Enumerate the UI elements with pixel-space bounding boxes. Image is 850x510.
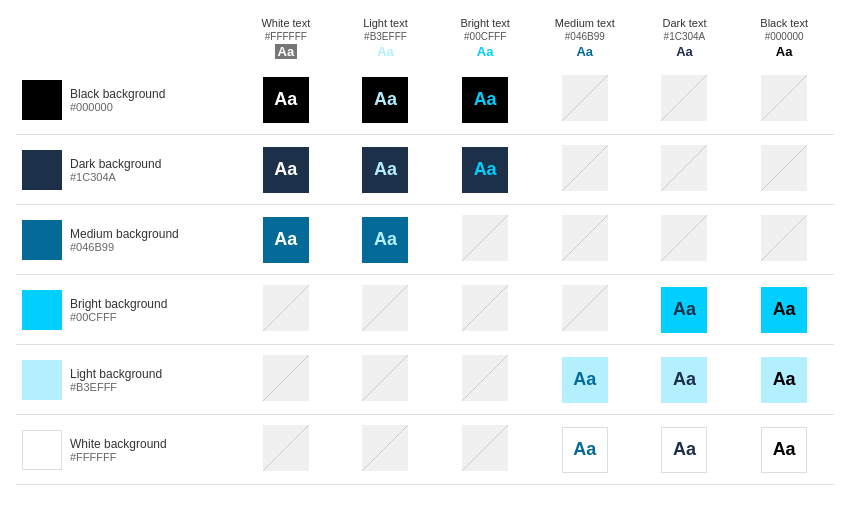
contrast-cell: Aa xyxy=(336,135,436,205)
aa-pass-box: Aa xyxy=(462,147,508,193)
contrast-cell: Aa xyxy=(336,205,436,275)
row-label: Bright background #00CFFF xyxy=(22,290,230,330)
table-row: Bright background #00CFFF AaAa xyxy=(16,275,834,345)
na-box xyxy=(362,285,408,331)
bg-hex: #00CFFF xyxy=(70,311,167,323)
bg-swatch xyxy=(22,360,62,400)
aa-pass-box: Aa xyxy=(761,287,807,333)
row-label: Medium background #046B99 xyxy=(22,220,230,260)
row-label-cell: Bright background #00CFFF xyxy=(16,275,236,345)
bg-hex: #B3EFFF xyxy=(70,381,162,393)
bg-swatch xyxy=(22,290,62,330)
bg-swatch xyxy=(22,430,62,470)
color-contrast-table: White text #FFFFFF Aa Light text #B3EFFF… xyxy=(16,12,834,485)
aa-pass-box: Aa xyxy=(761,357,807,403)
row-label: Dark background #1C304A xyxy=(22,150,230,190)
page-container: White text #FFFFFF Aa Light text #B3EFFF… xyxy=(0,0,850,497)
contrast-cell: Aa xyxy=(435,135,535,205)
row-label-text: Medium background #046B99 xyxy=(70,227,179,253)
table-row: Dark background #1C304A AaAaAa xyxy=(16,135,834,205)
col-header-dark: Dark text #1C304A Aa xyxy=(635,12,735,65)
na-box xyxy=(462,285,508,331)
bg-name: White background xyxy=(70,437,167,451)
na-box xyxy=(462,355,508,401)
aa-pass-box: Aa xyxy=(362,147,408,193)
contrast-cell xyxy=(734,65,834,135)
bg-hex: #FFFFFF xyxy=(70,451,167,463)
col-header-bright: Bright text #00CFFF Aa xyxy=(435,12,535,65)
table-row: Black background #000000 AaAaAa xyxy=(16,65,834,135)
row-label-text: Bright background #00CFFF xyxy=(70,297,167,323)
table-row: Medium background #046B99 AaAa xyxy=(16,205,834,275)
col-header-light: Light text #B3EFFF Aa xyxy=(336,12,436,65)
row-label: Black background #000000 xyxy=(22,80,230,120)
bg-hex: #000000 xyxy=(70,101,165,113)
row-label-cell: Medium background #046B99 xyxy=(16,205,236,275)
na-box xyxy=(263,425,309,471)
empty-header xyxy=(16,12,236,65)
row-label: White background #FFFFFF xyxy=(22,430,230,470)
contrast-cell xyxy=(236,345,336,415)
contrast-cell xyxy=(635,65,735,135)
contrast-cell: Aa xyxy=(734,275,834,345)
contrast-cell xyxy=(336,275,436,345)
contrast-cell xyxy=(336,415,436,485)
na-box xyxy=(761,145,807,191)
contrast-cell: Aa xyxy=(635,275,735,345)
contrast-cell xyxy=(435,345,535,415)
contrast-cell xyxy=(535,205,635,275)
bg-name: Bright background xyxy=(70,297,167,311)
aa-pass-box: Aa xyxy=(562,357,608,403)
contrast-cell: Aa xyxy=(236,135,336,205)
aa-pass-box: Aa xyxy=(462,77,508,123)
contrast-cell: Aa xyxy=(535,345,635,415)
table-row: White background #FFFFFF AaAaAa xyxy=(16,415,834,485)
na-box xyxy=(761,75,807,121)
na-box xyxy=(562,285,608,331)
contrast-cell: Aa xyxy=(734,415,834,485)
aa-pass-box: Aa xyxy=(562,427,608,473)
contrast-cell xyxy=(435,275,535,345)
na-box xyxy=(562,75,608,121)
na-box xyxy=(362,425,408,471)
col-header-white: White text #FFFFFF Aa xyxy=(236,12,336,65)
row-label-cell: Black background #000000 xyxy=(16,65,236,135)
na-box xyxy=(263,285,309,331)
contrast-cell: Aa xyxy=(535,415,635,485)
row-label: Light background #B3EFFF xyxy=(22,360,230,400)
bg-name: Medium background xyxy=(70,227,179,241)
row-label-text: Dark background #1C304A xyxy=(70,157,161,183)
row-label-cell: Dark background #1C304A xyxy=(16,135,236,205)
contrast-cell: Aa xyxy=(435,65,535,135)
contrast-cell xyxy=(535,275,635,345)
contrast-cell xyxy=(236,275,336,345)
aa-pass-box: Aa xyxy=(362,217,408,263)
bg-name: Light background xyxy=(70,367,162,381)
contrast-cell: Aa xyxy=(635,415,735,485)
contrast-cell xyxy=(635,135,735,205)
na-box xyxy=(462,425,508,471)
na-box xyxy=(661,145,707,191)
aa-pass-box: Aa xyxy=(661,357,707,403)
na-box xyxy=(263,355,309,401)
row-label-cell: White background #FFFFFF xyxy=(16,415,236,485)
contrast-cell xyxy=(435,205,535,275)
contrast-cell xyxy=(635,205,735,275)
na-box xyxy=(661,215,707,261)
contrast-cell xyxy=(336,345,436,415)
aa-pass-box: Aa xyxy=(661,427,707,473)
contrast-cell: Aa xyxy=(635,345,735,415)
na-box xyxy=(462,215,508,261)
bg-swatch xyxy=(22,220,62,260)
bg-hex: #046B99 xyxy=(70,241,179,253)
na-box xyxy=(562,215,608,261)
aa-pass-box: Aa xyxy=(263,147,309,193)
contrast-cell xyxy=(734,205,834,275)
aa-pass-box: Aa xyxy=(263,77,309,123)
bg-swatch xyxy=(22,80,62,120)
contrast-cell xyxy=(535,135,635,205)
contrast-cell xyxy=(535,65,635,135)
row-label-text: White background #FFFFFF xyxy=(70,437,167,463)
aa-pass-box: Aa xyxy=(263,217,309,263)
na-box xyxy=(761,215,807,261)
